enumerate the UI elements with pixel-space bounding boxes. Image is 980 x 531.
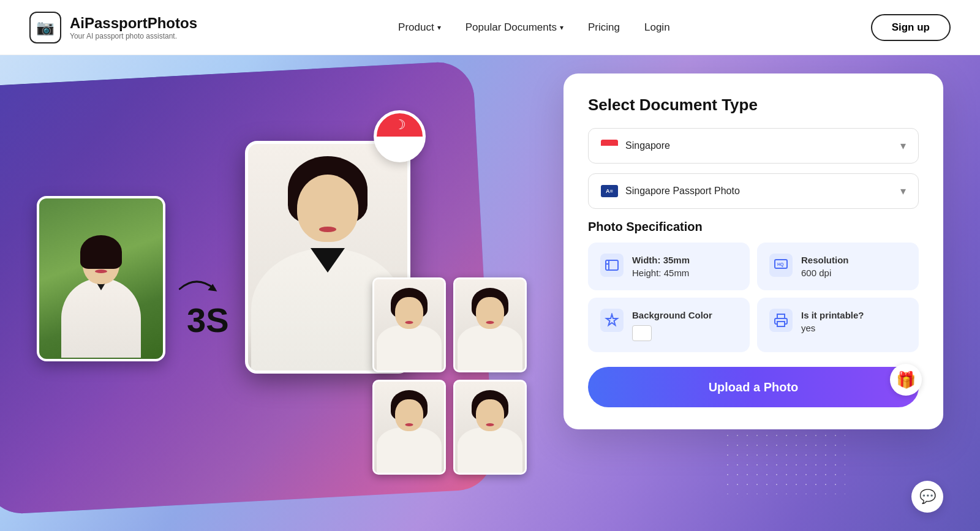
upload-btn-label: Upload a Photo — [709, 380, 799, 394]
doc-type-select[interactable]: A≡ Singapore Passport Photo ▾ — [588, 173, 919, 209]
flag-badge: ☽ — [374, 110, 426, 162]
spec-bg-color-label: Background Color — [632, 309, 737, 322]
photo-grid-item — [453, 277, 527, 372]
spec-content-printable: Is it printable? yes — [801, 309, 907, 334]
spec-content-resolution: Resolution 600 dpi — [801, 254, 907, 279]
label-3s: 3S — [187, 300, 229, 340]
photo-grid-item — [372, 380, 446, 475]
doc-type-select-value: Singapore Passport Photo — [625, 186, 740, 197]
photo-grid-row-2 — [371, 378, 529, 476]
spec-card-bg-color: Background Color — [588, 298, 750, 352]
photo-spec-title: Photo Specification — [588, 220, 919, 234]
color-swatch — [632, 325, 652, 341]
chat-widget[interactable]: 💬 — [911, 481, 943, 513]
spec-printable-value: yes — [801, 322, 907, 334]
doc-type-chevron-icon: ▾ — [900, 184, 906, 198]
chat-icon: 💬 — [919, 489, 936, 505]
print-icon — [769, 309, 793, 332]
product-chevron-icon: ▾ — [437, 23, 441, 32]
spec-card-dimensions: Width: 35mm Height: 45mm — [588, 243, 750, 290]
spec-card-resolution: HQ Resolution 600 dpi — [757, 243, 919, 290]
photo-grid-item — [372, 277, 446, 372]
nav-actions: Sign up — [871, 14, 951, 41]
svg-rect-6 — [777, 322, 785, 326]
svg-rect-1 — [606, 260, 618, 270]
nav-login[interactable]: Login — [644, 21, 670, 34]
right-panel: Select Document Type Singapore ▾ A≡ Sing… — [564, 73, 943, 429]
country-chevron-icon: ▾ — [900, 139, 906, 153]
doc-type-select-wrapper: A≡ Singapore Passport Photo ▾ — [588, 173, 919, 209]
header: 📷 AiPassportPhotos Your AI passport phot… — [0, 0, 980, 55]
spec-printable-label: Is it printable? — [801, 309, 907, 322]
person-hair-small — [80, 235, 122, 269]
doc-type-icon: A≡ — [601, 185, 618, 197]
logo-icon: 📷 — [29, 12, 61, 43]
logo-subtitle: Your AI passport photo assistant. — [70, 32, 197, 40]
spec-resolution-label: Resolution — [801, 254, 907, 266]
logo-text-wrap: AiPassportPhotos Your AI passport photo … — [70, 15, 197, 40]
spec-card-printable: Is it printable? yes — [757, 298, 919, 352]
singapore-flag-icon — [601, 140, 618, 152]
photo-grid — [371, 276, 529, 480]
svg-text:HQ: HQ — [777, 262, 784, 267]
dimensions-icon — [600, 254, 624, 277]
country-select-value: Singapore — [625, 140, 670, 151]
bg-color-icon — [600, 309, 624, 332]
country-select-wrapper: Singapore ▾ — [588, 128, 919, 164]
hero-section: 3S — [0, 55, 980, 531]
main-nav: Product ▾ Popular Documents ▾ Pricing Lo… — [398, 21, 669, 34]
logo-area: 📷 AiPassportPhotos Your AI passport phot… — [29, 12, 197, 43]
photo-grid-item — [453, 380, 527, 475]
before-photo — [37, 196, 165, 361]
gift-icon: 🎁 — [896, 371, 916, 390]
gift-badge: 🎁 — [890, 364, 922, 396]
nav-product[interactable]: Product ▾ — [398, 21, 441, 34]
nav-popular-documents[interactable]: Popular Documents ▾ — [466, 21, 564, 34]
photo-mockup-area: 3S — [18, 104, 496, 502]
spec-height: Height: 45mm — [632, 266, 737, 279]
upload-photo-button[interactable]: Upload a Photo 🎁 — [588, 367, 919, 407]
person-silhouette-small — [39, 198, 163, 359]
spec-width: Width: 35mm — [632, 254, 737, 266]
singapore-flag: ☽ — [377, 113, 423, 159]
spec-grid: Width: 35mm Height: 45mm HQ Resolution 6… — [588, 243, 919, 352]
popular-docs-chevron-icon: ▾ — [560, 23, 564, 32]
country-select[interactable]: Singapore ▾ — [588, 128, 919, 164]
logo-title: AiPassportPhotos — [70, 15, 197, 32]
hero-dots-pattern — [723, 421, 845, 494]
crescent-icon: ☽ — [394, 117, 406, 133]
spec-content-bg-color: Background Color — [632, 309, 737, 341]
resolution-icon: HQ — [769, 254, 793, 277]
person-body-small — [61, 278, 141, 358]
section-title: Select Document Type — [588, 96, 919, 115]
nav-pricing[interactable]: Pricing — [588, 21, 620, 34]
signup-button[interactable]: Sign up — [871, 14, 951, 41]
photo-grid-row-1 — [371, 276, 529, 374]
spec-resolution-value: 600 dpi — [801, 266, 907, 279]
spec-content-dimensions: Width: 35mm Height: 45mm — [632, 254, 737, 279]
